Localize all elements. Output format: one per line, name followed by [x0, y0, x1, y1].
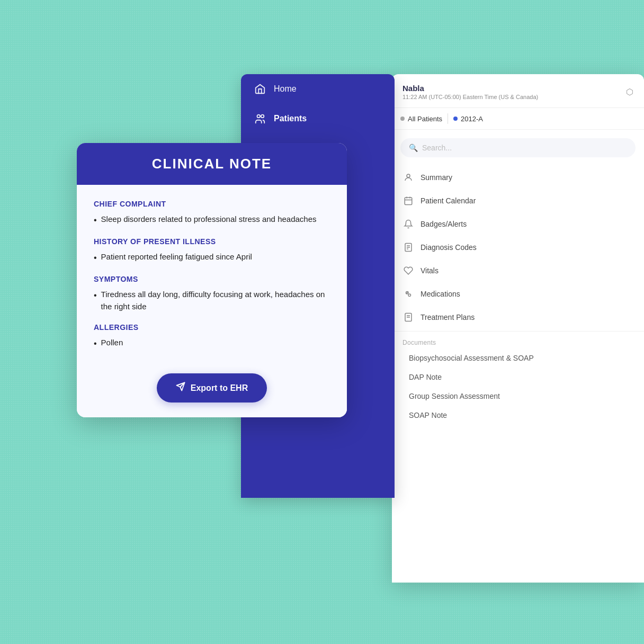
- section-chief-complaint-list: Sleep disorders related to professional …: [94, 213, 330, 227]
- summary-icon: [402, 172, 414, 183]
- nav-item-treatment[interactable]: Treatment Plans: [392, 306, 644, 329]
- svg-rect-1: [405, 198, 412, 205]
- section-symptoms-heading: SYMPTOMS: [94, 275, 330, 283]
- list-item: Sleep disorders related to professional …: [94, 213, 330, 227]
- treatment-icon: [402, 311, 414, 323]
- sidebar-patients-label: Patients: [274, 114, 307, 123]
- clinical-card-header: CLINICAL NOTE: [77, 143, 347, 185]
- search-icon: 🔍: [409, 144, 418, 152]
- svg-point-16: [261, 115, 264, 118]
- patient-dot-icon: [453, 117, 458, 121]
- nav-item-badges[interactable]: Badges/Alerts: [392, 212, 644, 236]
- nav-item-summary[interactable]: Summary: [392, 166, 644, 189]
- ehr-panel: Nabla 11:22 AM (UTC-05:00) Eastern Time …: [392, 74, 644, 583]
- nav-item-medications[interactable]: Medications: [392, 282, 644, 306]
- export-btn-container: Export to EHR: [77, 363, 347, 417]
- patient-id-chip[interactable]: 2012-A: [453, 115, 483, 123]
- section-history-heading: HISTORY OF PRESENT ILLNESS: [94, 237, 330, 246]
- export-button-label: Export to EHR: [191, 383, 248, 393]
- clinical-note-title: CLINICAL NOTE: [93, 156, 331, 172]
- nav-divider: [392, 331, 644, 332]
- section-allergies-list: Pollen: [94, 337, 330, 350]
- patient-selector-divider: [448, 113, 448, 124]
- patient-selector-row: All Patients 2012-A: [392, 108, 644, 130]
- heart-icon: [402, 265, 414, 276]
- nav-sub-soap[interactable]: SOAP Note: [392, 406, 644, 425]
- list-item: Patient reported feeling fatigued since …: [94, 251, 330, 264]
- section-symptoms-list: Tiredness all day long, difficulty focus…: [94, 289, 330, 312]
- section-chief-complaint-heading: CHIEF COMPLAINT: [94, 200, 330, 208]
- dropdown-arrow-icon[interactable]: ⬡: [626, 87, 633, 97]
- nav-section: Summary Patient Calendar Badges/Alerts: [392, 162, 644, 429]
- bell-icon: [402, 218, 414, 230]
- nav-label-badges: Badges/Alerts: [421, 220, 467, 228]
- section-allergies-heading: ALLERGIES: [94, 323, 330, 332]
- svg-point-0: [407, 174, 410, 177]
- medications-icon: [402, 288, 414, 300]
- clinical-note-card: CLINICAL NOTE CHIEF COMPLAINT Sleep diso…: [77, 143, 347, 417]
- sidebar-item-patients[interactable]: Patients: [241, 104, 395, 133]
- calendar-icon: [402, 195, 414, 207]
- patient-id: 2012-A: [461, 115, 483, 123]
- nav-item-diagnosis[interactable]: Diagnosis Codes: [392, 236, 644, 259]
- export-to-ehr-button[interactable]: Export to EHR: [157, 373, 267, 402]
- panel-header: Nabla 11:22 AM (UTC-05:00) Eastern Time …: [392, 74, 644, 108]
- nav-label-medications: Medications: [421, 290, 460, 298]
- all-patients-chip[interactable]: All Patients: [400, 115, 442, 123]
- search-box[interactable]: 🔍 Search...: [400, 138, 636, 157]
- search-container: 🔍 Search...: [392, 130, 644, 162]
- documents-section-header: Documents: [392, 334, 644, 348]
- nav-label-diagnosis: Diagnosis Codes: [421, 243, 477, 252]
- clinical-card-body: CHIEF COMPLAINT Sleep disorders related …: [77, 185, 347, 363]
- nav-sub-biopsychosocial[interactable]: Biopsychosocial Assessment & SOAP: [392, 348, 644, 368]
- svg-point-10: [408, 294, 411, 297]
- all-patients-label: All Patients: [408, 115, 442, 123]
- home-icon: [254, 83, 266, 95]
- app-time: 11:22 AM (UTC-05:00) Eastern Time (US & …: [402, 94, 538, 100]
- all-patients-dot-icon: [400, 117, 405, 121]
- sidebar-home-label: Home: [274, 84, 297, 94]
- search-placeholder: Search...: [422, 144, 452, 152]
- nav-label-summary: Summary: [421, 173, 452, 182]
- nav-sub-group[interactable]: Group Session Assessment: [392, 387, 644, 406]
- section-history-list: Patient reported feeling fatigued since …: [94, 251, 330, 264]
- send-icon: [176, 382, 185, 394]
- sidebar-item-home[interactable]: Home: [241, 74, 395, 104]
- nav-label-treatment: Treatment Plans: [421, 313, 475, 321]
- list-item: Pollen: [94, 337, 330, 350]
- diagnosis-icon: [402, 241, 414, 253]
- nav-sub-dap[interactable]: DAP Note: [392, 368, 644, 387]
- svg-point-15: [257, 115, 261, 118]
- nav-label-calendar: Patient Calendar: [421, 196, 476, 205]
- patients-icon: [254, 112, 266, 125]
- nav-item-vitals[interactable]: Vitals: [392, 259, 644, 282]
- app-name: Nabla: [402, 84, 538, 93]
- nav-item-calendar[interactable]: Patient Calendar: [392, 189, 644, 212]
- nav-label-vitals: Vitals: [421, 266, 439, 275]
- list-item: Tiredness all day long, difficulty focus…: [94, 289, 330, 312]
